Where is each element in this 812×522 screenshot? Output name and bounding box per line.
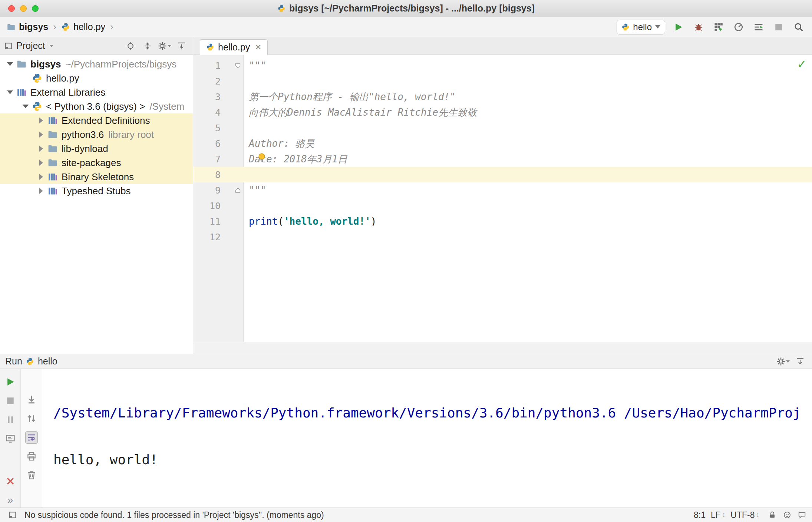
close-tab-icon[interactable]: × (255, 42, 261, 52)
run-configuration-selector[interactable]: hello (617, 20, 665, 34)
line-number[interactable]: 9 (193, 185, 244, 196)
code-text[interactable]: """ (244, 60, 812, 71)
line-number[interactable]: 5 (193, 123, 244, 133)
collapse-all-button[interactable] (141, 39, 154, 53)
tree-chevron-icon[interactable] (35, 188, 47, 194)
locate-file-button[interactable] (124, 39, 137, 53)
hide-panel-button[interactable] (175, 39, 188, 53)
tree-row-bigsys[interactable]: bigsys ~/PycharmProjects/bigsys (0, 57, 193, 71)
run-toolbar-primary: » (0, 369, 21, 508)
tree-chevron-icon[interactable] (35, 118, 47, 123)
encoding-widget[interactable]: UTF-8↕ (730, 510, 759, 520)
run-console-output[interactable]: /System/Library/Frameworks/Python.framew… (42, 369, 812, 508)
code-text[interactable]: 第一个Python程序 - 输出"hello, world!" (244, 90, 812, 103)
stop-icon (773, 22, 784, 32)
coverage-button[interactable] (712, 20, 725, 34)
print-button[interactable] (25, 450, 38, 463)
editor-line: 4 向伟大的Dennis MacAlistair Ritchie先生致敬 (193, 105, 812, 120)
profiler-button[interactable] (732, 20, 745, 34)
rerun-button[interactable] (4, 376, 17, 388)
tree-chevron-icon[interactable] (4, 90, 16, 94)
toggle-toolwindows-button[interactable] (6, 508, 19, 522)
tree-row-lib-dynload[interactable]: lib-dynload (0, 142, 193, 156)
line-number[interactable]: 12 (193, 232, 244, 242)
highlighting-level-button[interactable] (783, 511, 791, 519)
tree-row-extended-definitions[interactable]: Extended Definitions (0, 113, 193, 128)
tab-hello-py[interactable]: hello.py × (200, 39, 268, 55)
readonly-lock-button[interactable] (768, 511, 776, 519)
prev-next-trace-button[interactable] (25, 412, 38, 425)
tree-chevron-icon[interactable] (35, 132, 47, 138)
breadcrumb-root[interactable]: bigsys (7, 22, 48, 32)
concurrency-diagram-button[interactable] (752, 20, 765, 34)
inspection-ok-icon[interactable]: ✓ (797, 57, 807, 71)
line-number[interactable]: 4 (193, 107, 244, 118)
close-run-panel-button[interactable] (4, 475, 17, 488)
tree-row-typeshed-stubs[interactable]: Typeshed Stubs (0, 184, 193, 198)
breadcrumb-file[interactable]: hello.py (61, 22, 105, 32)
code-text[interactable]: print('hello, world!') (244, 216, 812, 227)
editor-line: 1 """ (193, 58, 812, 73)
code-text[interactable]: Date: 2018年3月1日 (244, 153, 812, 166)
console-line: /System/Library/Frameworks/Python.framew… (53, 405, 812, 421)
line-separator-widget[interactable]: LF↕ (711, 510, 725, 520)
pycharm-app-icon (277, 4, 285, 13)
hide-panel-icon (177, 42, 186, 50)
tree-chevron-icon[interactable] (4, 62, 16, 66)
run-tab-config-name[interactable]: hello (38, 356, 57, 367)
tree-chevron-icon[interactable] (35, 160, 47, 166)
event-log-button[interactable] (798, 511, 806, 519)
clear-console-button[interactable] (25, 469, 38, 482)
stop-icon (5, 396, 16, 406)
tree-row-binary-skeletons[interactable]: Binary Skeletons (0, 170, 193, 184)
line-number[interactable]: 2 (193, 76, 244, 87)
chevron-down-icon[interactable] (50, 45, 53, 47)
minimize-window-button[interactable] (20, 5, 27, 12)
stop-button[interactable] (772, 20, 785, 34)
stop-process-button[interactable] (4, 394, 17, 407)
line-number[interactable]: 10 (193, 201, 244, 211)
line-number[interactable]: 6 (193, 138, 244, 149)
editor[interactable]: 1 """ 2 3 第一个Python程序 - 输出"hello, world!… (193, 55, 812, 342)
library-icon (47, 172, 58, 182)
debug-button[interactable] (692, 20, 705, 34)
caret-position-widget[interactable]: 8:1 (694, 510, 706, 520)
tree-chevron-icon[interactable] (35, 146, 47, 152)
editor-bottom-strip (193, 342, 812, 354)
tree-row-site-packages[interactable]: site-packages (0, 156, 193, 170)
tree-chevron-icon[interactable] (35, 174, 47, 180)
zoom-window-button[interactable] (32, 5, 39, 12)
close-window-button[interactable] (8, 5, 15, 12)
run-button[interactable] (672, 20, 685, 34)
fold-region-start-icon[interactable] (234, 62, 241, 69)
hide-run-panel-button[interactable] (793, 355, 807, 368)
collapse-all-icon (143, 42, 152, 50)
line-number[interactable]: 1 (193, 60, 244, 71)
soft-wrap-icon (26, 432, 37, 443)
soft-wrap-button[interactable] (25, 431, 38, 444)
code-text[interactable]: Author: 骆昊 (244, 137, 812, 150)
tree-row-hello-py[interactable]: hello.py (0, 71, 193, 85)
project-panel-title[interactable]: Project (16, 40, 45, 51)
panel-settings-button[interactable] (158, 39, 171, 53)
code-text[interactable]: """ (244, 185, 812, 196)
line-number[interactable]: 11 (193, 216, 244, 227)
intention-lightbulb-icon[interactable] (256, 152, 267, 163)
scroll-to-end-button[interactable] (25, 393, 38, 406)
line-number[interactable]: 8 (193, 169, 244, 180)
tree-row-python36-library-root[interactable]: python3.6 library root (0, 128, 193, 142)
search-everywhere-button[interactable] (792, 20, 805, 34)
tree-row-external-libraries[interactable]: External Libraries (0, 85, 193, 99)
run-settings-button[interactable] (776, 355, 790, 368)
pause-output-button[interactable] (4, 413, 17, 426)
profiler-icon (733, 22, 744, 32)
tree-row-python-36[interactable]: < Python 3.6 (bigsys) > /System (0, 99, 193, 113)
code-text[interactable]: 向伟大的Dennis MacAlistair Ritchie先生致敬 (244, 106, 812, 119)
line-number[interactable]: 3 (193, 92, 244, 102)
line-number[interactable]: 7 (193, 154, 244, 165)
tree-chevron-icon[interactable] (19, 105, 32, 108)
more-actions-button[interactable]: » (4, 494, 17, 506)
show-console-button[interactable] (4, 432, 17, 445)
fold-region-end-icon[interactable] (234, 187, 241, 194)
navigation-bar: bigsys › hello.py › hello (0, 17, 812, 37)
